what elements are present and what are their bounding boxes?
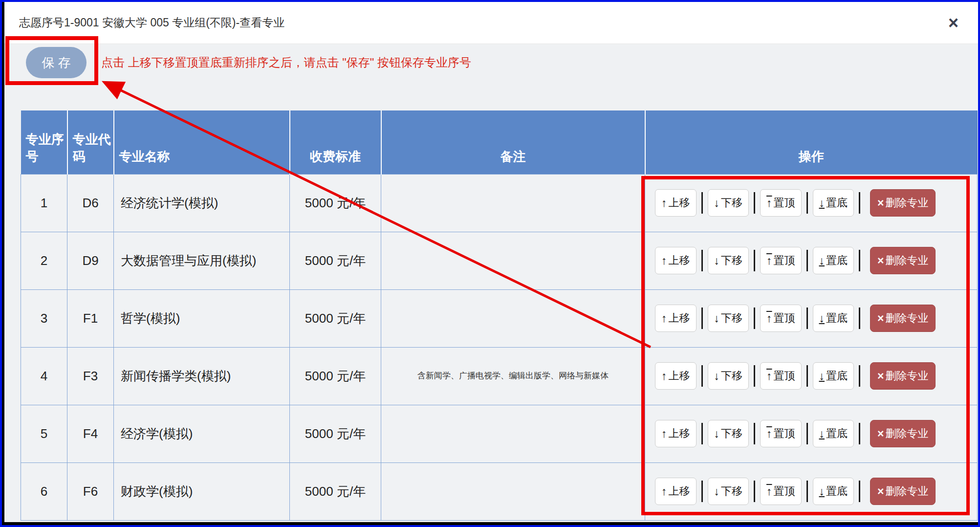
arrow-up-icon: ↑ <box>661 427 667 440</box>
move-to-top-button[interactable]: ↑ 置顶 <box>760 247 802 274</box>
move-up-label: 上移 <box>669 311 690 326</box>
table-row: 4 F3 新闻传播学类(模拟) 5000 元/年 含新闻学、广播电视学、编辑出版… <box>21 347 978 405</box>
move-to-top-button[interactable]: ↑ 置顶 <box>760 478 802 505</box>
move-down-button[interactable]: ↓ 下移 <box>708 305 749 332</box>
seq-cell: 3 <box>21 289 67 347</box>
move-to-bottom-label: 置底 <box>826 484 848 499</box>
move-down-label: 下移 <box>721 311 742 326</box>
arrow-to-top-icon: ↑ <box>766 254 772 267</box>
button-separator <box>806 192 808 214</box>
remark-cell <box>381 462 645 520</box>
move-up-button[interactable]: ↑ 上移 <box>655 478 697 505</box>
delete-major-label: 删除专业 <box>885 196 928 210</box>
arrow-to-top-icon: ↑ <box>766 485 772 498</box>
arrow-down-icon: ↓ <box>714 254 720 267</box>
delete-major-button[interactable]: × 删除专业 <box>870 420 936 447</box>
remark-cell <box>381 289 645 347</box>
actions-cell: ↑ 上移 ↓ 下移 ↑ 置顶 ↓ 置底 <box>645 347 978 405</box>
delete-major-button[interactable]: × 删除专业 <box>870 189 936 217</box>
move-to-bottom-button[interactable]: ↓ 置底 <box>813 478 854 505</box>
move-down-button[interactable]: ↓ 下移 <box>708 247 749 274</box>
move-up-button[interactable]: ↑ 上移 <box>655 305 697 332</box>
button-separator <box>859 192 860 214</box>
delete-major-button[interactable]: × 删除专业 <box>870 247 936 274</box>
move-to-top-button[interactable]: ↑ 置顶 <box>760 420 802 447</box>
arrow-to-bottom-icon: ↓ <box>819 370 825 383</box>
arrow-to-top-icon: ↑ <box>766 197 772 210</box>
delete-major-button[interactable]: × 删除专业 <box>870 478 936 505</box>
fee-cell: 5000 元/年 <box>290 289 381 347</box>
delete-x-icon: × <box>877 312 884 325</box>
move-to-bottom-button[interactable]: ↓ 置底 <box>813 247 854 274</box>
move-to-bottom-button[interactable]: ↓ 置底 <box>813 362 854 390</box>
delete-major-label: 删除专业 <box>885 484 928 499</box>
move-up-button[interactable]: ↑ 上移 <box>655 189 697 217</box>
table-header: 专业序号 专业代码 专业名称 收费标准 备注 操作 <box>21 110 978 174</box>
move-down-button[interactable]: ↓ 下移 <box>708 362 749 390</box>
table-row: 1 D6 经济统计学(模拟) 5000 元/年 ↑ 上移 ↓ 下移 ↑ 置顶 <box>21 174 978 232</box>
close-button[interactable]: × <box>948 14 958 32</box>
move-to-top-label: 置顶 <box>774 369 795 383</box>
move-to-bottom-label: 置底 <box>826 311 848 326</box>
move-down-button[interactable]: ↓ 下移 <box>708 478 749 505</box>
move-to-top-label: 置顶 <box>774 426 795 441</box>
actions-cell: ↑ 上移 ↓ 下移 ↑ 置顶 ↓ 置底 <box>645 232 978 289</box>
delete-major-button[interactable]: × 删除专业 <box>870 305 936 332</box>
fee-cell: 5000 元/年 <box>290 405 381 462</box>
move-to-top-label: 置顶 <box>774 484 795 499</box>
button-separator <box>806 423 808 444</box>
move-to-bottom-button[interactable]: ↓ 置底 <box>813 305 854 332</box>
button-separator <box>754 423 755 444</box>
move-to-bottom-button[interactable]: ↓ 置底 <box>813 420 854 447</box>
fee-cell: 5000 元/年 <box>290 462 381 520</box>
delete-major-button[interactable]: × 删除专业 <box>870 362 936 390</box>
header-code: 专业代码 <box>67 110 114 174</box>
dialog-window: 志愿序号1-9001 安徽大学 005 专业组(不限)-查看专业 × 保 存 点… <box>2 2 978 525</box>
save-button[interactable]: 保 存 <box>26 47 87 78</box>
arrow-down-icon: ↓ <box>714 485 720 498</box>
move-to-top-label: 置顶 <box>774 311 795 326</box>
move-down-label: 下移 <box>721 484 742 499</box>
seq-cell: 4 <box>21 347 67 405</box>
move-to-bottom-label: 置底 <box>826 253 848 268</box>
arrow-down-icon: ↓ <box>714 197 720 210</box>
move-to-top-button[interactable]: ↑ 置顶 <box>760 305 802 332</box>
table-row: 3 F1 哲学(模拟) 5000 元/年 ↑ 上移 ↓ 下移 ↑ 置顶 <box>21 289 978 347</box>
button-separator <box>859 423 860 444</box>
code-cell: F3 <box>67 347 114 405</box>
header-remark: 备注 <box>381 110 645 174</box>
table-body: 1 D6 经济统计学(模拟) 5000 元/年 ↑ 上移 ↓ 下移 ↑ 置顶 <box>21 174 978 520</box>
move-up-button[interactable]: ↑ 上移 <box>655 247 697 274</box>
move-down-button[interactable]: ↓ 下移 <box>708 420 749 447</box>
arrow-to-top-icon: ↑ <box>766 427 772 440</box>
arrow-to-bottom-icon: ↓ <box>819 254 825 267</box>
seq-cell: 1 <box>21 174 67 232</box>
header-actions: 操作 <box>645 110 978 174</box>
button-separator <box>859 307 860 329</box>
delete-x-icon: × <box>877 427 884 440</box>
move-to-bottom-button[interactable]: ↓ 置底 <box>813 189 854 217</box>
move-up-button[interactable]: ↑ 上移 <box>655 420 697 447</box>
arrow-to-top-icon: ↑ <box>766 370 772 383</box>
arrow-to-bottom-icon: ↓ <box>819 312 825 325</box>
button-separator <box>859 481 860 502</box>
code-cell: D9 <box>67 232 114 289</box>
button-separator <box>806 307 808 329</box>
move-to-top-button[interactable]: ↑ 置顶 <box>760 362 802 390</box>
delete-x-icon: × <box>877 485 884 498</box>
move-up-label: 上移 <box>669 196 690 210</box>
button-separator <box>754 192 755 214</box>
header-fee: 收费标准 <box>290 110 381 174</box>
move-up-button[interactable]: ↑ 上移 <box>655 362 697 390</box>
move-down-label: 下移 <box>721 426 742 441</box>
code-cell: F1 <box>67 289 114 347</box>
code-cell: F4 <box>67 405 114 462</box>
move-to-top-button[interactable]: ↑ 置顶 <box>760 189 802 217</box>
move-up-label: 上移 <box>669 253 690 268</box>
actions-cell: ↑ 上移 ↓ 下移 ↑ 置顶 ↓ 置底 <box>645 289 978 347</box>
arrow-to-bottom-icon: ↓ <box>819 427 825 440</box>
arrow-down-icon: ↓ <box>714 427 720 440</box>
move-down-button[interactable]: ↓ 下移 <box>708 189 749 217</box>
arrow-to-bottom-icon: ↓ <box>819 197 825 210</box>
move-to-bottom-label: 置底 <box>826 426 848 441</box>
